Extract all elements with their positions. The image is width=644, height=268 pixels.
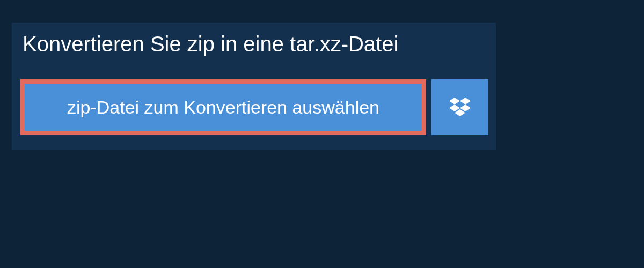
dropbox-button[interactable] [431, 79, 488, 135]
dropbox-icon [449, 96, 471, 118]
select-file-button[interactable]: zip-Datei zum Konvertieren auswählen [20, 79, 426, 135]
button-row: zip-Datei zum Konvertieren auswählen [12, 57, 496, 135]
converter-panel: Konvertieren Sie zip in eine tar.xz-Date… [12, 23, 496, 150]
page-title: Konvertieren Sie zip in eine tar.xz-Date… [12, 23, 496, 57]
select-file-label: zip-Datei zum Konvertieren auswählen [67, 97, 379, 118]
